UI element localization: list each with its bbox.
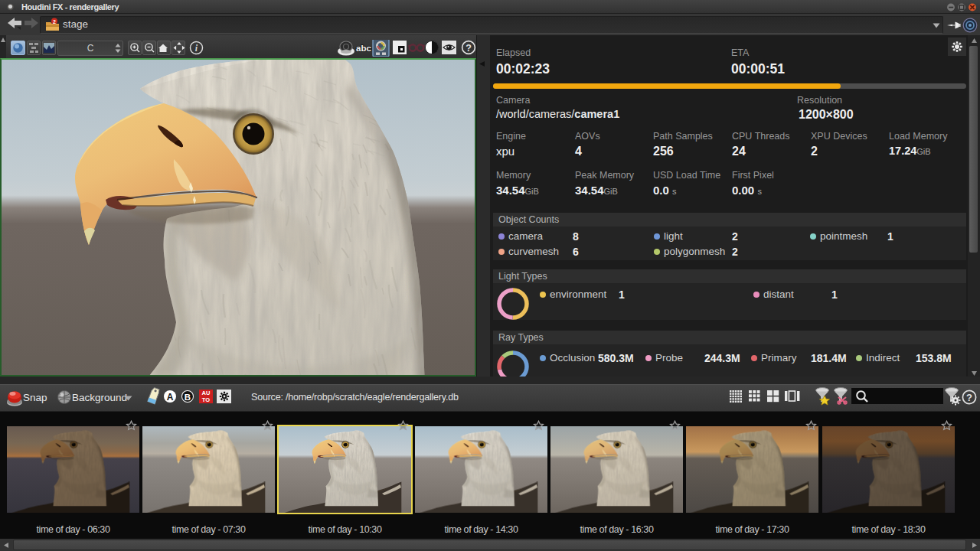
svg-text:abc: abc: [356, 44, 371, 53]
svg-text:?: ?: [466, 43, 472, 54]
svg-text:?: ?: [966, 392, 972, 403]
svg-text:B: B: [185, 393, 191, 402]
svg-text:i: i: [195, 43, 198, 54]
svg-text:2: 2: [53, 19, 56, 24]
svg-text:A: A: [167, 392, 174, 403]
